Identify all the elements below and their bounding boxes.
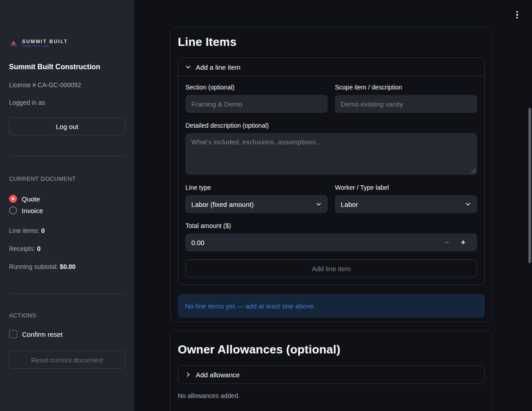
- section-field: Section (optional): [185, 84, 328, 113]
- chevron-right-icon: [185, 371, 191, 378]
- radio-option-invoice[interactable]: Invoice: [9, 205, 125, 216]
- allowances-title: Owner Allowances (optional): [178, 341, 485, 357]
- sidebar: SUMMIT BUILT CONSTRUCTION Summit Built C…: [0, 0, 134, 411]
- radio-selected-icon: [9, 195, 17, 203]
- allowances-card: Owner Allowances (optional) Add allowanc…: [170, 331, 492, 411]
- allowances-empty-text: No allowances added.: [178, 392, 485, 399]
- mountain-logo-icon: [9, 40, 18, 47]
- brand-subname: CONSTRUCTION: [22, 45, 49, 47]
- section-input[interactable]: [185, 95, 328, 113]
- line-type-field: Line type Labor (fixed amount): [185, 184, 328, 213]
- sidebar-divider: [9, 156, 125, 156]
- confirm-reset-label: Confirm reset: [22, 331, 63, 338]
- main-area: Line Items Add a line item Section (opti…: [134, 0, 532, 411]
- line-type-value: Labor (fixed amount): [191, 201, 316, 208]
- increment-button[interactable]: +: [455, 238, 471, 247]
- scope-label: Scope item / description: [335, 84, 477, 91]
- stat-line-items: Line items: 0: [9, 227, 125, 234]
- reset-document-button[interactable]: Reset current document: [9, 351, 125, 369]
- license-number: License # CA-GC-000092: [9, 81, 125, 89]
- radio-unselected-icon: [9, 206, 17, 214]
- section-label: Section (optional): [185, 84, 328, 91]
- add-allowance-expander-header[interactable]: Add allowance: [178, 366, 484, 384]
- logged-in-as-label: Logged in as: [9, 99, 125, 106]
- worker-value: Labor: [341, 201, 465, 208]
- line-type-label: Line type: [185, 184, 328, 191]
- info-alert: No line items yet — add at least one abo…: [178, 294, 485, 318]
- chevron-down-icon: [316, 201, 322, 207]
- expander-label: Add allowance: [196, 371, 240, 379]
- line-items-card: Line Items Add a line item Section (opti…: [170, 27, 492, 322]
- current-document-heading: CURRENT DOCUMENT: [9, 175, 125, 182]
- brand-name: SUMMIT BUILT: [22, 39, 71, 44]
- stat-value: 0: [37, 245, 41, 252]
- brand-logo: SUMMIT BUILT CONSTRUCTION: [9, 39, 125, 51]
- actions-heading: ACTIONS: [9, 312, 125, 319]
- line-items-title: Line Items: [178, 34, 485, 50]
- confirm-reset-checkbox-row[interactable]: Confirm reset: [9, 330, 125, 338]
- brand-text: SUMMIT BUILT CONSTRUCTION: [22, 39, 71, 49]
- decrement-button[interactable]: –: [439, 238, 455, 247]
- add-line-item-expander-header[interactable]: Add a line item: [178, 58, 484, 76]
- detail-textarea[interactable]: [185, 133, 477, 175]
- chevron-down-icon: [185, 64, 191, 70]
- amount-field: Total amount ($) 0.00 – +: [185, 222, 477, 251]
- kebab-menu-icon[interactable]: [513, 10, 521, 20]
- add-line-item-expander: Add a line item Section (optional) Scope…: [178, 58, 485, 285]
- stat-value: 0: [41, 227, 45, 234]
- radio-label: Quote: [22, 195, 40, 203]
- radio-option-quote[interactable]: Quote: [9, 193, 125, 205]
- content-column: Line Items Add a line item Section (opti…: [170, 0, 492, 411]
- scope-field: Scope item / description: [335, 84, 477, 113]
- company-name: Summit Built Construction: [9, 63, 125, 71]
- worker-field: Worker / Type label Labor: [335, 184, 477, 213]
- worker-label: Worker / Type label: [335, 184, 477, 191]
- scrollbar-thumb[interactable]: [528, 108, 531, 263]
- chevron-down-icon: [465, 201, 471, 207]
- stat-label: Line items:: [9, 227, 41, 234]
- stat-label: Running subtotal:: [9, 263, 60, 270]
- stat-value: $0.00: [60, 263, 76, 270]
- line-type-select[interactable]: Labor (fixed amount): [185, 195, 328, 213]
- detail-field: Detailed description (optional): [185, 122, 477, 175]
- line-item-form: Section (optional) Scope item / descript…: [178, 76, 484, 285]
- document-type-radio-group: Quote Invoice: [9, 193, 125, 216]
- stat-receipts: Receipts: 0: [9, 245, 125, 252]
- stat-label: Receipts:: [9, 245, 37, 252]
- add-allowance-expander: Add allowance: [178, 365, 485, 384]
- sidebar-divider: [9, 294, 125, 294]
- amount-number-input[interactable]: 0.00 – +: [185, 233, 477, 251]
- logout-button[interactable]: Log out: [9, 117, 125, 135]
- radio-label: Invoice: [22, 207, 43, 214]
- amount-label: Total amount ($): [185, 222, 477, 229]
- checkbox-unchecked-icon[interactable]: [9, 330, 17, 338]
- worker-select[interactable]: Labor: [335, 195, 477, 213]
- detail-label: Detailed description (optional): [185, 122, 477, 129]
- scope-input[interactable]: [335, 95, 477, 113]
- stat-running-subtotal: Running subtotal: $0.00: [9, 263, 125, 270]
- amount-value: 0.00: [191, 239, 439, 246]
- add-line-item-button[interactable]: Add line item: [185, 259, 477, 277]
- expander-label: Add a line item: [196, 63, 240, 71]
